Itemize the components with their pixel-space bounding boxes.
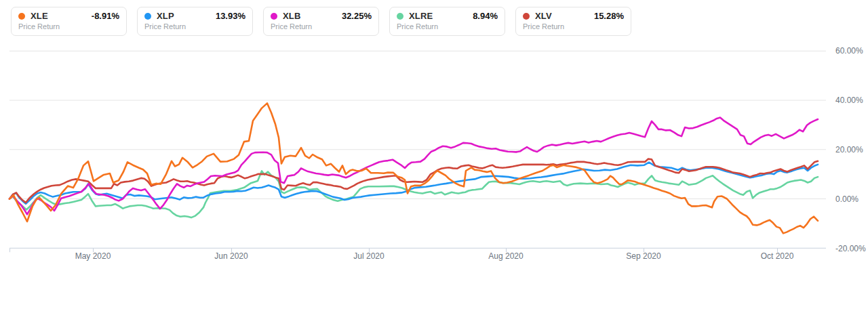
xlb-return-type: Price Return xyxy=(271,22,372,30)
x-axis-label-jun: Jun 2020 xyxy=(214,251,248,261)
xlre-color-dot-icon xyxy=(397,13,403,20)
xlp-ticker-label: XLP xyxy=(157,11,174,21)
series-line-xlb xyxy=(9,118,818,215)
xlp-return-type: Price Return xyxy=(144,22,245,30)
legend-card-xlv[interactable]: XLV 15.28% Price Return xyxy=(515,7,631,36)
legend-card-xlb[interactable]: XLB 32.25% Price Return xyxy=(263,7,379,36)
y-axis-label-20: 20.00% xyxy=(835,144,868,155)
xlre-return-value: 8.94% xyxy=(473,11,498,21)
legend-card-xlp[interactable]: XLP 13.93% Price Return xyxy=(137,7,253,36)
y-axis-label-40: 40.00% xyxy=(835,95,868,106)
xlre-ticker-label: XLRE xyxy=(409,11,433,21)
xlv-return-value: 15.28% xyxy=(594,11,624,21)
y-axis-label-0: 0.00% xyxy=(835,194,868,205)
x-axis-label-may: May 2020 xyxy=(75,251,111,261)
series-line-xlv xyxy=(9,159,818,203)
xlp-color-dot-icon xyxy=(144,13,151,20)
price-return-chart[interactable]: 60.00% 40.00% 20.00% 0.00% -20.00% May 2… xyxy=(0,0,868,313)
chart-canvas[interactable] xyxy=(0,0,868,313)
xle-color-dot-icon xyxy=(18,13,25,20)
xlb-return-value: 32.25% xyxy=(342,11,372,21)
xlb-color-dot-icon xyxy=(271,13,277,20)
xlre-return-type: Price Return xyxy=(397,22,498,30)
x-axis-label-aug: Aug 2020 xyxy=(488,251,523,261)
legend-card-xlre[interactable]: XLRE 8.94% Price Return xyxy=(389,7,505,36)
x-axis-label-sep: Sep 2020 xyxy=(626,251,660,261)
xlp-return-value: 13.93% xyxy=(216,11,245,21)
legend-row: XLE -8.91% Price Return XLP 13.93% Price… xyxy=(11,7,631,36)
xlv-return-type: Price Return xyxy=(523,22,624,30)
etf-performance-page: 60.00% 40.00% 20.00% 0.00% -20.00% May 2… xyxy=(0,0,868,313)
y-axis-label-neg20: -20.00% xyxy=(835,243,868,254)
x-axis-label-jul: Jul 2020 xyxy=(353,251,384,261)
xlv-ticker-label: XLV xyxy=(535,11,552,21)
xle-ticker-label: XLE xyxy=(31,11,48,21)
xle-return-type: Price Return xyxy=(18,22,119,30)
xlv-color-dot-icon xyxy=(523,13,530,20)
y-axis-label-60: 60.00% xyxy=(835,45,868,56)
series-line-xle xyxy=(9,103,818,233)
xlb-ticker-label: XLB xyxy=(283,11,301,21)
x-axis-label-oct: Oct 2020 xyxy=(761,251,794,261)
legend-card-xle[interactable]: XLE -8.91% Price Return xyxy=(11,7,127,36)
xle-return-value: -8.91% xyxy=(92,11,119,21)
